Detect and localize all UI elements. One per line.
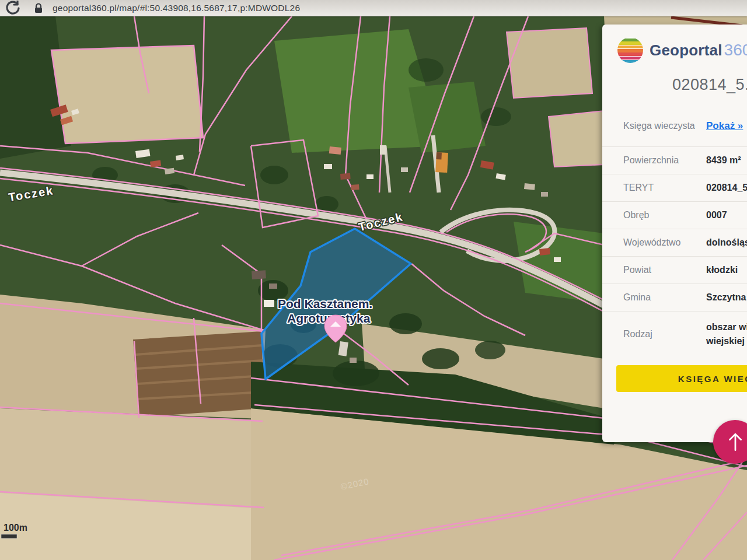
parcel-info-table: Księga wieczysta Pokaż » Powierzchnia 84… — [602, 106, 747, 357]
geoportal-globe-icon — [617, 37, 643, 63]
row-teryt: TERYT 020814_5 — [602, 174, 747, 201]
row-label: Powierzchnia — [602, 154, 706, 167]
row-value: 8439 m² — [706, 153, 741, 167]
poi-icon — [264, 300, 274, 307]
row-value: kłodzki — [706, 263, 738, 277]
brand-360: 360 — [724, 41, 747, 59]
up-arrow-icon — [728, 433, 743, 452]
brand: Geoportal360.pl — [602, 24, 747, 65]
row-wojewodztwo: Województwo dolnośląski — [602, 229, 747, 256]
row-value: Szczytna — [706, 290, 746, 304]
row-value: 020814_5 — [706, 181, 747, 195]
row-label: Powiat — [602, 264, 706, 276]
row-ksiega-wieczysta: Księga wieczysta Pokaż » — [602, 106, 747, 146]
brand-name: Geoportal — [650, 41, 722, 59]
row-powierzchnia: Powierzchnia 8439 m² — [602, 146, 747, 174]
lock-icon[interactable] — [34, 2, 44, 15]
row-rodzaj: Rodzaj obszar wie wiejskiej — [602, 311, 747, 357]
row-value: obszar wie wiejskiej — [706, 320, 747, 348]
parcel-id: 020814_5.0 — [672, 76, 747, 94]
reload-button[interactable] — [5, 1, 20, 16]
url-text[interactable]: geoportal360.pl/map/#l:50.43908,16.5687,… — [53, 3, 300, 13]
row-obreb: Obręb 0007 — [602, 201, 747, 229]
row-label: Gmina — [602, 291, 706, 304]
parcel-info-panel: Geoportal360.pl 020814_5.0 Księga wieczy… — [602, 24, 747, 442]
browser-address-bar: geoportal360.pl/map/#l:50.43908,16.5687,… — [0, 0, 747, 16]
row-value: 0007 — [706, 208, 727, 222]
svg-text:Pod Kasztanem.: Pod Kasztanem. — [278, 297, 372, 310]
ksiega-wieczysta-button[interactable]: KSIĘGA WIECZYSTA — [616, 365, 747, 392]
row-label: TERYT — [602, 181, 706, 194]
row-powiat: Powiat kłodzki — [602, 256, 747, 284]
row-label: Obręb — [602, 209, 706, 222]
reload-icon — [5, 1, 20, 16]
row-label: Województwo — [602, 236, 706, 249]
row-value: dolnośląski — [706, 236, 747, 250]
pokaz-link[interactable]: Pokaż » — [706, 120, 743, 132]
row-label: Księga wieczysta — [602, 120, 706, 132]
row-label: Rodzaj — [602, 328, 706, 341]
svg-text:100m: 100m — [4, 523, 27, 533]
row-gmina: Gmina Szczytna — [602, 284, 747, 311]
